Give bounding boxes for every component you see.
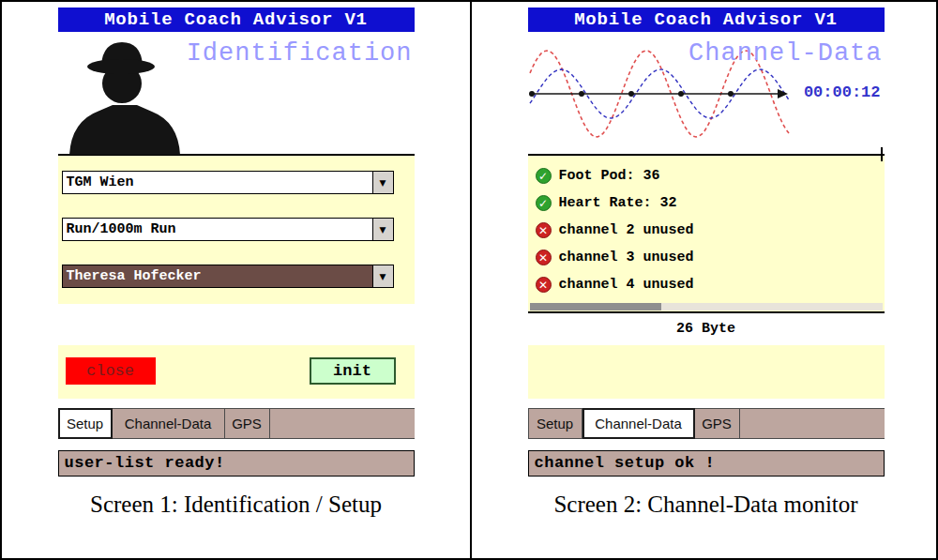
- channel-label: Heart Rate: 32: [559, 195, 677, 211]
- x-icon: [536, 277, 552, 293]
- spacer: [58, 304, 415, 345]
- channel-list-panel: Foot Pod: 36 Heart Rate: 32 channel 2 un…: [528, 156, 885, 313]
- status-bar: channel setup ok !: [528, 450, 885, 477]
- channel-data-header: Channel-Data 00:00:12: [528, 32, 885, 156]
- identification-form-panel: TGM Wien Run/1000m Run Theresa Hofecker: [58, 156, 415, 304]
- x-icon: [536, 250, 552, 265]
- channel-label: channel 2 unused: [559, 222, 694, 238]
- club-dropdown-value: TGM Wien: [63, 172, 372, 193]
- channel-row: channel 3 unused: [528, 244, 885, 271]
- screen2: Mobile Coach Advisor V1: [528, 8, 885, 477]
- x-icon: [536, 222, 552, 238]
- byte-count: 26 Byte: [528, 313, 885, 345]
- club-dropdown[interactable]: TGM Wien: [62, 171, 394, 194]
- chevron-down-icon[interactable]: [372, 172, 393, 193]
- chevron-down-icon[interactable]: [372, 219, 393, 240]
- app-titlebar: Mobile Coach Advisor V1: [58, 8, 415, 32]
- channel-row: channel 4 unused: [528, 271, 885, 298]
- status-text: user-list ready!: [65, 454, 225, 472]
- tab-bar: Setup Channel-Data GPS: [58, 408, 415, 439]
- screen1-column: Mobile Coach Advisor V1 Identification T…: [2, 2, 470, 558]
- empty-panel: [528, 345, 885, 399]
- figure: Mobile Coach Advisor V1 Identification T…: [0, 0, 938, 560]
- app-titlebar: Mobile Coach Advisor V1: [528, 8, 885, 32]
- spacer: [528, 439, 885, 450]
- discipline-dropdown-value: Run/1000m Run: [63, 219, 372, 240]
- elapsed-timer: 00:00:12: [804, 83, 881, 101]
- app-title: Mobile Coach Advisor V1: [104, 9, 368, 30]
- tab-gps[interactable]: GPS: [225, 408, 270, 439]
- tab-channel-data[interactable]: Channel-Data: [582, 408, 695, 439]
- athlete-dropdown[interactable]: Theresa Hofecker: [62, 265, 394, 288]
- caption-screen2: Screen 2: Channel-Data monitor: [472, 492, 938, 518]
- tab-setup[interactable]: Setup: [58, 408, 113, 439]
- spacer: [528, 399, 885, 408]
- status-text: channel setup ok !: [535, 454, 716, 472]
- user-silhouette-icon: [62, 35, 186, 155]
- close-button[interactable]: close: [66, 357, 156, 385]
- discipline-dropdown[interactable]: Run/1000m Run: [62, 218, 394, 241]
- screen-heading: Identification: [187, 39, 413, 68]
- action-panel: close init: [58, 345, 415, 399]
- screen-heading: Channel-Data: [688, 39, 882, 68]
- screen1: Mobile Coach Advisor V1 Identification T…: [58, 8, 415, 477]
- caption-screen1: Screen 1: Identification / Setup: [2, 492, 470, 518]
- axis-tick: [881, 147, 883, 161]
- channel-row: channel 2 unused: [528, 217, 885, 244]
- status-bar: user-list ready!: [58, 450, 415, 477]
- check-icon: [536, 168, 552, 184]
- channel-row: Heart Rate: 32: [528, 189, 885, 217]
- spacer: [58, 439, 415, 450]
- channel-row: Foot Pod: 36: [528, 162, 885, 189]
- tab-bar: Setup Channel-Data GPS: [528, 408, 885, 439]
- tab-bar-filler: [270, 408, 415, 439]
- spacer: [58, 399, 415, 408]
- horizontal-scrollbar[interactable]: [530, 303, 883, 310]
- tab-setup[interactable]: Setup: [528, 408, 582, 439]
- init-button[interactable]: init: [310, 357, 396, 385]
- athlete-dropdown-value: Theresa Hofecker: [63, 265, 372, 287]
- tab-bar-filler: [740, 408, 885, 439]
- identification-header: Identification: [58, 32, 415, 156]
- chevron-down-icon[interactable]: [372, 265, 393, 287]
- tab-channel-data[interactable]: Channel-Data: [113, 408, 225, 439]
- app-title: Mobile Coach Advisor V1: [574, 9, 838, 30]
- channel-label: channel 4 unused: [559, 277, 694, 293]
- scrollbar-thumb[interactable]: [530, 303, 661, 310]
- channel-label: channel 3 unused: [559, 250, 694, 265]
- tab-gps[interactable]: GPS: [695, 408, 740, 439]
- channel-label: Foot Pod: 36: [559, 168, 660, 184]
- check-icon: [536, 195, 552, 211]
- screen2-column: Mobile Coach Advisor V1: [472, 2, 938, 558]
